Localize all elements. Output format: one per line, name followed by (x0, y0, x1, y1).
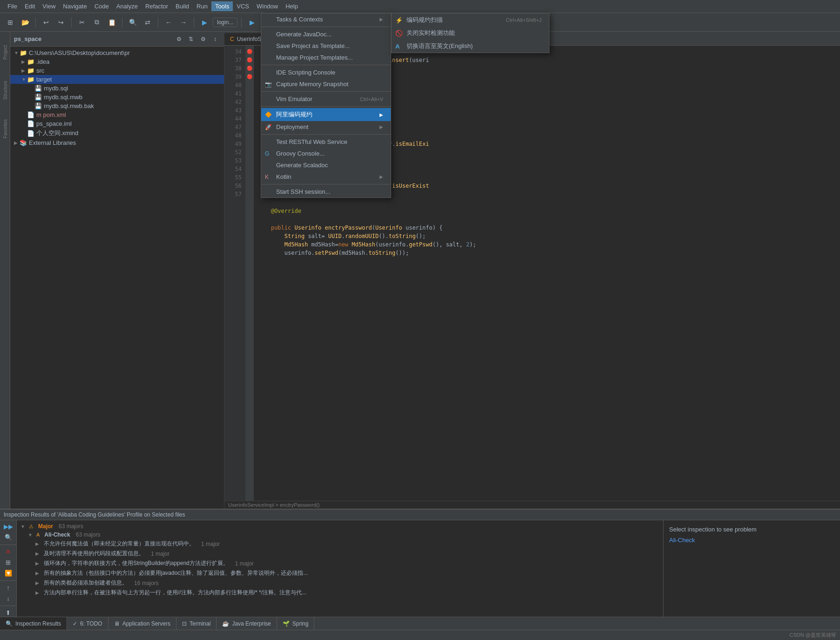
switch-lang-icon: A (395, 43, 400, 50)
submenu-close-realtime[interactable]: 🚫 关闭实时检测功能 (392, 27, 549, 40)
tab-app-servers[interactable]: 🖥 Application Servers (108, 617, 176, 630)
tab-java-enterprise[interactable]: ☕ Java Enterprise (217, 617, 277, 630)
tree-pom[interactable]: 📄 m pom.xml (10, 110, 224, 119)
toolbar-copy-btn[interactable]: ⧉ (90, 16, 103, 29)
tools-sep-2 (261, 65, 391, 65)
project-panel-title: ps_space (14, 35, 41, 42)
ali-check-link[interactable]: Ali-Check (669, 537, 834, 544)
toolbar-undo-btn[interactable]: ↩ (40, 16, 53, 29)
close-realtime-label: 关闭实时检测功能 (406, 29, 455, 37)
menu-generate-scaladoc[interactable]: Generate Scaladoc (261, 159, 391, 171)
tab-terminal[interactable]: ⊡ Terminal (176, 617, 217, 630)
toolbar-back-btn[interactable]: ← (162, 16, 175, 29)
tab-spring[interactable]: 🌱 Spring (277, 617, 315, 630)
export-btn[interactable]: ⬆ (2, 609, 14, 618)
tab-inspection-results[interactable]: 🔍 Inspection Results (0, 617, 67, 630)
menu-capture-memory[interactable]: 📷 Capture Memory Snapshot (261, 78, 391, 90)
menu-manage-templates[interactable]: Manage Project Templates... (261, 52, 391, 63)
expand-btn[interactable]: ⊞ (2, 558, 14, 567)
rerun-btn[interactable]: ▶▶ (2, 522, 14, 531)
menu-view[interactable]: View (39, 1, 59, 11)
menu-code[interactable]: Code (91, 1, 113, 11)
toolbar-redo-btn[interactable]: ↪ (54, 16, 68, 29)
menu-analyze[interactable]: Analyze (113, 1, 142, 11)
deployment-icon: 🚀 (265, 124, 272, 130)
favorites-tab[interactable]: Favorites (0, 110, 10, 147)
major-arrow: ▼ (20, 524, 26, 529)
content-area: Project Structure Favorites ps_space ⚙ ⇅… (0, 32, 840, 509)
menu-window[interactable]: Window (253, 1, 282, 11)
menu-save-template[interactable]: Save Project as Template... (261, 40, 391, 52)
project-tab[interactable]: Project (0, 34, 10, 71)
toolbar-build-btn[interactable]: ▶ (198, 16, 211, 29)
toolbar-open-btn[interactable]: 📂 (19, 16, 32, 29)
menu-file[interactable]: File (4, 1, 21, 11)
tree-iml[interactable]: 📄 ps_space.iml (10, 119, 224, 128)
item3-arrow: ▶ (35, 561, 41, 566)
toolbar-paste-btn[interactable]: 📋 (105, 16, 118, 29)
menu-build[interactable]: Build (172, 1, 193, 11)
toolbar-cut-btn[interactable]: ✂ (75, 16, 88, 29)
toolbar-run-btn[interactable]: ▶ (245, 16, 258, 29)
menu-navigate[interactable]: Navigate (59, 1, 90, 11)
tree-mydb-sql[interactable]: 💾 mydb.sql (10, 84, 224, 93)
menu-groovy-console[interactable]: G Groovy Console... (261, 148, 391, 159)
menu-tasks-contexts[interactable]: Tasks & Contexts ▶ (261, 14, 391, 25)
inspection-item-5[interactable]: ▶ 所有的类都必须添加创建者信息。 16 majors (17, 578, 663, 588)
submenu-switch-lang[interactable]: A 切换语言至英文(English) (392, 40, 549, 53)
menu-refactor[interactable]: Refactor (142, 1, 172, 11)
major-group[interactable]: ▼ ⚠ Major 63 majors (17, 522, 663, 531)
menu-kotlin[interactable]: K Kotlin ▶ (261, 171, 391, 183)
menu-vcs[interactable]: VCS (233, 1, 253, 11)
menu-run[interactable]: Run (193, 1, 211, 11)
tree-mydb-mwb[interactable]: 💾 mydb.sql.mwb (10, 93, 224, 102)
tree-src[interactable]: ▶ 📁 src (10, 66, 224, 75)
tree-mydb-mwb-bak[interactable]: 💾 mydb.sql.mwb.bak (10, 102, 224, 110)
tab-todo[interactable]: ✓ 6: TODO (67, 617, 108, 630)
tree-target[interactable]: ▼ 📁 target (10, 75, 224, 84)
menu-edit[interactable]: Edit (21, 1, 39, 11)
xmind-icon: 📄 (27, 130, 34, 137)
capture-memory-label: Capture Memory Snapshot (276, 81, 348, 88)
toolbar-new-btn[interactable]: ⊞ (4, 16, 17, 29)
menu-alibaba-coding[interactable]: 🔶 阿里编码规约 ▶ (261, 108, 391, 121)
menu-ide-scripting[interactable]: IDE Scripting Console (261, 67, 391, 78)
inspection-item-6[interactable]: ▶ 方法内部单行注释，在被注释语句上方另起一行，使用//注释。方法内部多行注释使… (17, 588, 663, 598)
menu-vim-emulator[interactable]: Vim Emulator Ctrl+Alt+V (261, 93, 391, 105)
sidebar-cog-btn[interactable]: ⚙ (174, 34, 184, 44)
menu-tools[interactable]: Tools (211, 1, 233, 11)
toolbar-replace-btn[interactable]: ⇄ (141, 16, 154, 29)
tree-root[interactable]: ▼ 📁 C:\Users\ASUS\Desktop\document\pr (10, 48, 224, 57)
sidebar-filter-btn[interactable]: ⚙ (198, 34, 208, 44)
alibaba-icon: 🔶 (265, 111, 272, 118)
sidebar-sort-btn[interactable]: ⇅ (186, 34, 196, 44)
run-config-label[interactable]: login... (213, 18, 237, 27)
close-btn[interactable]: ✕ (2, 547, 14, 556)
menu-generate-javadoc[interactable]: Generate JavaDoc... (261, 28, 391, 40)
target-icon: 📁 (27, 76, 34, 83)
menu-test-restful[interactable]: Test RESTful Web Service (261, 136, 391, 148)
inspection-item-2[interactable]: ▶ 及时清理不再使用的代码段或配置信息。 1 major (17, 549, 663, 558)
menu-start-ssh[interactable]: Start SSH session... (261, 186, 391, 197)
bottom-header-title: Inspection Results of 'Alibaba Coding Gu… (4, 511, 185, 518)
submenu-scan[interactable]: ⚡ 编码规约扫描 Ctrl+Alt+Shift+J (392, 14, 549, 27)
toolbar-forward-btn[interactable]: → (177, 16, 190, 29)
up-btn[interactable]: ↑ (2, 583, 14, 592)
inspect-icon-btn[interactable]: 🔍 (2, 533, 14, 542)
ali-check-label: Ali-Check (44, 531, 70, 538)
menu-deployment[interactable]: 🚀 Deployment ▶ (261, 121, 391, 133)
sidebar-collapse-btn[interactable]: ↕ (210, 34, 220, 44)
tree-xmind[interactable]: 📄 个人空间.xmind (10, 128, 224, 138)
tree-external-libs[interactable]: ▶ 📚 External Libraries (10, 138, 224, 147)
structure-tab[interactable]: Structure (0, 72, 10, 109)
tree-idea[interactable]: ▶ 📁 .idea (10, 57, 224, 66)
down-btn[interactable]: ↓ (2, 594, 14, 603)
inspection-item-4[interactable]: ▶ 所有的抽象方法（包括接口中的方法）必须要用javadoc注释、除了返回值、参… (17, 568, 663, 578)
inspection-item-1[interactable]: ▶ 不允许任何魔法值（即未经定义的常量）直接出现在代码中。 1 major (17, 539, 663, 549)
ali-check-group[interactable]: ▼ A Ali-Check 63 majors (17, 531, 663, 539)
filter-btn[interactable]: 🔽 (2, 569, 14, 578)
ide-scripting-label: IDE Scripting Console (276, 69, 335, 76)
inspection-item-3[interactable]: ▶ 循环体内，字符串的联接方式，使用StringBuilder的append方法… (17, 558, 663, 568)
toolbar-find-btn[interactable]: 🔍 (126, 16, 139, 29)
menu-help[interactable]: Help (282, 1, 302, 11)
